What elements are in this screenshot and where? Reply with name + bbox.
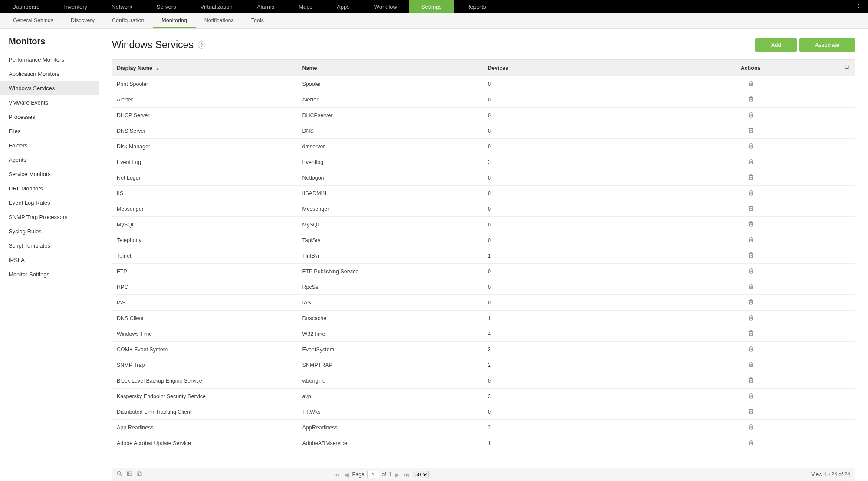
sidebar-item-ipsla[interactable]: IPSLA: [0, 253, 99, 267]
delete-icon[interactable]: [748, 346, 754, 353]
subnav-item-general-settings[interactable]: General Settings: [4, 13, 62, 28]
subnav-item-notifications[interactable]: Notifications: [196, 13, 243, 28]
cell-display-name: FTP: [117, 268, 127, 275]
devices-link[interactable]: 2: [488, 362, 491, 368]
topnav-item-virtualization[interactable]: Virtualization: [188, 0, 245, 13]
delete-icon[interactable]: [748, 314, 754, 322]
delete-icon[interactable]: [748, 330, 754, 337]
cell-display-name: DNS Server: [117, 128, 146, 134]
delete-icon[interactable]: [748, 174, 754, 181]
subnav-item-tools[interactable]: Tools: [243, 13, 273, 28]
kebab-menu-icon[interactable]: ⋮: [855, 2, 863, 12]
cell-display-name: DNS Client: [117, 315, 144, 321]
delete-icon[interactable]: [748, 268, 754, 275]
devices-link[interactable]: 3: [488, 159, 491, 165]
topnav-item-settings[interactable]: Settings: [409, 0, 454, 13]
subnav-item-configuration[interactable]: Configuration: [103, 13, 153, 28]
cell-display-name: Alerter: [117, 97, 133, 103]
search-icon[interactable]: [844, 65, 850, 72]
delete-icon[interactable]: [748, 190, 754, 197]
delete-icon[interactable]: [748, 236, 754, 244]
add-button[interactable]: Add: [755, 38, 796, 52]
delete-icon[interactable]: [748, 393, 754, 400]
delete-icon[interactable]: [748, 127, 754, 134]
prev-page-button[interactable]: ◀: [343, 471, 349, 478]
delete-icon[interactable]: [748, 111, 754, 119]
topnav-item-dashboard[interactable]: Dashboard: [0, 0, 52, 13]
cell-name: avp: [302, 393, 311, 399]
cell-name: W32Time: [302, 331, 326, 337]
devices-link[interactable]: 1: [488, 315, 491, 321]
header-search[interactable]: [825, 60, 855, 76]
content-area: Windows Services ? Add Associate Display…: [99, 29, 868, 481]
delete-icon[interactable]: [748, 283, 754, 291]
topnav-item-reports[interactable]: Reports: [454, 0, 498, 13]
sidebar-item-windows-services[interactable]: Windows Services: [0, 81, 99, 95]
delete-icon[interactable]: [748, 80, 754, 88]
table-row: Distributed Link Tracking ClientTrkWks0: [112, 404, 855, 420]
sidebar-item-folders[interactable]: Folders: [0, 138, 99, 153]
last-page-button[interactable]: ⏭: [403, 471, 410, 478]
page-size-select[interactable]: 50: [413, 471, 429, 478]
sidebar-item-snmp-trap-processors[interactable]: SNMP Trap Processors: [0, 210, 99, 224]
pager-search-icon[interactable]: [117, 471, 122, 478]
sidebar-item-processes[interactable]: Processes: [0, 110, 99, 124]
delete-icon[interactable]: [748, 424, 754, 431]
delete-icon[interactable]: [748, 205, 754, 213]
delete-icon[interactable]: [748, 299, 754, 306]
delete-icon[interactable]: [748, 252, 754, 259]
delete-icon[interactable]: [748, 96, 754, 103]
sidebar-item-agents[interactable]: Agents: [0, 153, 99, 167]
next-page-button[interactable]: ▶: [394, 471, 400, 478]
of-label: of: [382, 471, 386, 478]
cell-name: wbengine: [302, 378, 326, 384]
help-icon[interactable]: ?: [198, 41, 205, 49]
sidebar-item-performance-monitors[interactable]: Performance Monitors: [0, 52, 99, 67]
topnav-item-network[interactable]: Network: [99, 0, 145, 13]
topnav-item-servers[interactable]: Servers: [145, 0, 188, 13]
cell-name: Spooler: [302, 81, 321, 87]
page-input[interactable]: [367, 471, 379, 478]
devices-link[interactable]: 1: [488, 253, 491, 259]
header-devices[interactable]: Devices: [483, 60, 677, 76]
cell-name: Eventlog: [302, 159, 324, 165]
cell-display-name: Disk Manager: [117, 144, 150, 150]
sidebar-item-application-monitors[interactable]: Application Monitors: [0, 67, 99, 81]
header-name[interactable]: Name: [298, 60, 484, 76]
header-display-name[interactable]: Display Name ▲: [112, 60, 298, 76]
devices-link[interactable]: 1: [488, 440, 491, 446]
sidebar: Monitors Performance MonitorsApplication…: [0, 29, 99, 481]
sidebar-item-url-monitors[interactable]: URL Monitors: [0, 181, 99, 196]
cell-display-name: IAS: [117, 300, 125, 306]
sidebar-item-script-templates[interactable]: Script Templates: [0, 239, 99, 253]
sidebar-item-service-monitors[interactable]: Service Monitors: [0, 167, 99, 181]
sidebar-item-monitor-settings[interactable]: Monitor Settings: [0, 267, 99, 281]
sidebar-item-event-log-rules[interactable]: Event Log Rules: [0, 196, 99, 210]
delete-icon[interactable]: [748, 143, 754, 150]
subnav-item-discovery[interactable]: Discovery: [62, 13, 103, 28]
delete-icon[interactable]: [748, 377, 754, 384]
topnav-item-inventory[interactable]: Inventory: [52, 0, 99, 13]
svg-point-2: [118, 472, 121, 475]
devices-link[interactable]: 2: [488, 425, 491, 431]
sidebar-item-syslog-rules[interactable]: Syslog Rules: [0, 224, 99, 239]
delete-icon[interactable]: [748, 408, 754, 416]
first-page-button[interactable]: ⏮: [333, 471, 341, 478]
sidebar-item-files[interactable]: Files: [0, 124, 99, 138]
delete-icon[interactable]: [748, 158, 754, 166]
devices-link[interactable]: 4: [488, 331, 491, 337]
topnav-item-workflow[interactable]: Workflow: [362, 0, 409, 13]
topnav-item-alarms[interactable]: Alarms: [245, 0, 286, 13]
sidebar-item-vmware-events[interactable]: VMware Events: [0, 95, 99, 110]
delete-icon[interactable]: [748, 439, 754, 447]
delete-icon[interactable]: [748, 361, 754, 369]
associate-button[interactable]: Associate: [799, 38, 855, 52]
topnav-item-maps[interactable]: Maps: [286, 0, 325, 13]
devices-link[interactable]: 3: [488, 393, 491, 399]
export-icon[interactable]: [137, 471, 142, 478]
delete-icon[interactable]: [748, 221, 754, 228]
topnav-item-apps[interactable]: Apps: [325, 0, 362, 13]
subnav-item-monitoring[interactable]: Monitoring: [153, 13, 195, 28]
devices-link[interactable]: 3: [488, 347, 491, 353]
columns-icon[interactable]: [127, 471, 132, 478]
